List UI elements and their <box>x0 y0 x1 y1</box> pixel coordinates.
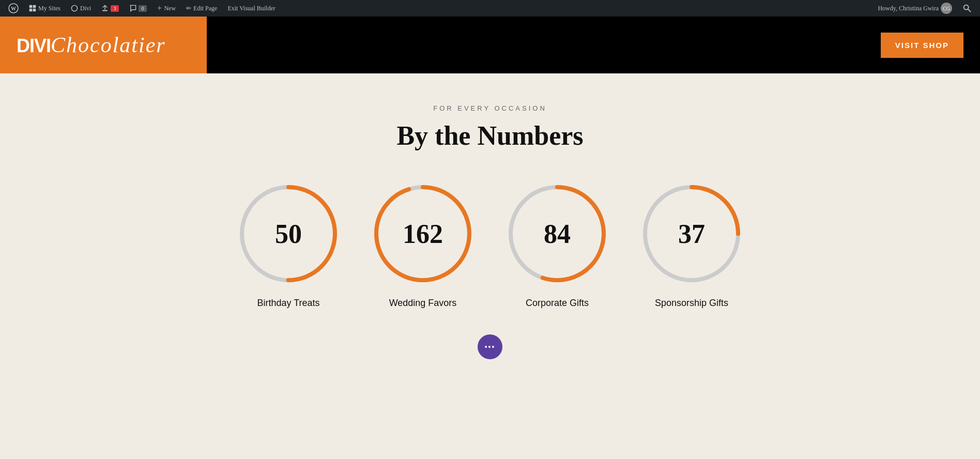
header-right: VISIT SHOP <box>207 17 980 73</box>
stat-circle-wedding: 162 <box>371 182 474 285</box>
logo-bold-part: DIVI <box>17 35 51 56</box>
logo-script-part: Chocolatier <box>51 33 166 57</box>
svg-rect-5 <box>33 9 36 12</box>
admin-bar: W My Sites Divi 3 0 + New ✏ Edit Page Ex… <box>0 0 980 17</box>
logo-area: DIVIChocolatier <box>0 17 207 73</box>
stat-circle-sponsorship: 37 <box>640 182 743 285</box>
comments-menu[interactable]: 0 <box>125 0 151 17</box>
admin-bar-right: Howdy, Christina Gwira CG <box>874 0 976 17</box>
stat-label-corporate: Corporate Gifts <box>526 298 589 309</box>
stat-item-wedding: 162 Wedding Favors <box>371 182 474 309</box>
stat-item-corporate: 84 Corporate Gifts <box>506 182 609 309</box>
new-label: New <box>164 5 176 12</box>
stat-circle-corporate: 84 <box>506 182 609 285</box>
stat-number-sponsorship: 37 <box>678 219 705 249</box>
visit-shop-button[interactable]: VISIT SHOP <box>881 33 963 58</box>
stat-item-sponsorship: 37 Sponsorship Gifts <box>640 182 743 309</box>
edit-page-button[interactable]: ✏ Edit Page <box>182 0 221 17</box>
wp-logo-button[interactable]: W <box>4 0 23 17</box>
section-title: By the Numbers <box>396 120 583 151</box>
stat-item-birthday: 50 Birthday Treats <box>237 182 340 309</box>
divi-menu[interactable]: Divi <box>67 0 95 17</box>
new-content-menu[interactable]: + New <box>153 0 180 17</box>
stat-circle-birthday: 50 <box>237 182 340 285</box>
exit-visual-builder-button[interactable]: Exit Visual Builder <box>223 0 279 17</box>
stat-label-sponsorship: Sponsorship Gifts <box>655 298 728 309</box>
stats-row: 50 Birthday Treats 162 Wedding Favors <box>237 182 743 309</box>
howdy-user[interactable]: Howdy, Christina Gwira CG <box>874 0 956 17</box>
stat-label-wedding: Wedding Favors <box>389 298 457 309</box>
site-logo: DIVIChocolatier <box>17 33 166 57</box>
fab-more-options-button[interactable]: ••• <box>478 334 502 359</box>
svg-text:W: W <box>11 6 16 11</box>
fab-dots-icon: ••• <box>485 343 496 351</box>
stat-number-birthday: 50 <box>275 219 302 249</box>
stat-number-wedding: 162 <box>403 219 443 249</box>
svg-line-10 <box>968 9 971 12</box>
my-sites-label: My Sites <box>38 5 60 12</box>
stat-number-corporate: 84 <box>544 219 571 249</box>
svg-rect-8 <box>102 10 108 11</box>
svg-rect-3 <box>33 5 36 8</box>
svg-rect-4 <box>29 9 33 12</box>
exit-builder-label: Exit Visual Builder <box>227 5 275 12</box>
divi-label: Divi <box>80 5 91 12</box>
user-avatar: CG <box>941 3 952 14</box>
updates-badge: 3 <box>111 5 119 12</box>
search-icon <box>962 4 972 13</box>
comments-badge: 0 <box>139 5 147 12</box>
stat-label-birthday: Birthday Treats <box>257 298 319 309</box>
edit-page-label: Edit Page <box>193 5 217 12</box>
main-content: FOR EVERY OCCASION By the Numbers 50 Bir… <box>0 73 980 459</box>
svg-point-6 <box>71 5 77 11</box>
plus-icon: + <box>157 4 162 13</box>
svg-rect-2 <box>29 5 33 8</box>
howdy-label: Howdy, Christina Gwira <box>878 5 939 12</box>
updates-menu[interactable]: 3 <box>97 0 123 17</box>
pencil-icon: ✏ <box>186 5 191 12</box>
search-button[interactable] <box>958 0 976 17</box>
section-eyebrow: FOR EVERY OCCASION <box>433 104 547 112</box>
site-header: DIVIChocolatier VISIT SHOP <box>0 17 980 73</box>
svg-point-9 <box>964 5 969 10</box>
my-sites-menu[interactable]: My Sites <box>25 0 65 17</box>
